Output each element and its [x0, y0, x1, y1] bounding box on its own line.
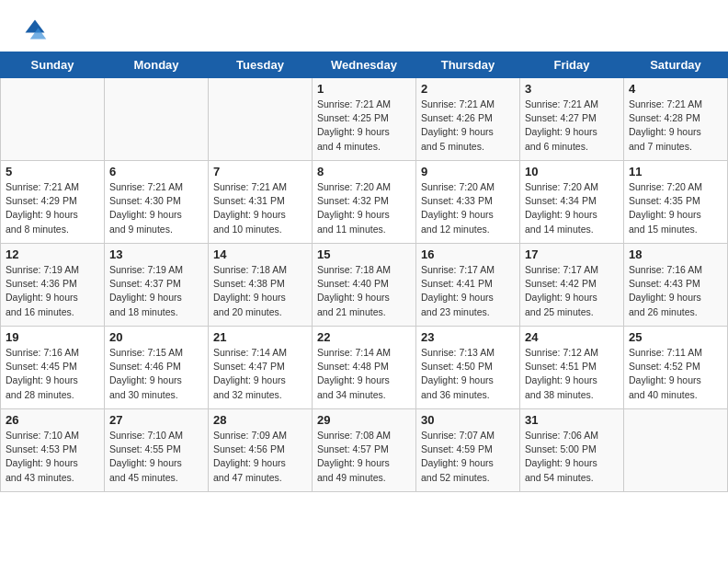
- day-number: 30: [421, 413, 515, 427]
- day-info: Sunrise: 7:21 AM Sunset: 4:26 PM Dayligh…: [421, 98, 515, 154]
- calendar-cell: 26Sunrise: 7:10 AM Sunset: 4:53 PM Dayli…: [1, 409, 105, 492]
- day-info: Sunrise: 7:09 AM Sunset: 4:56 PM Dayligh…: [213, 429, 307, 485]
- day-number: 21: [213, 330, 307, 344]
- calendar-cell: 3Sunrise: 7:21 AM Sunset: 4:27 PM Daylig…: [520, 78, 624, 161]
- weekday-header: Monday: [105, 52, 209, 78]
- day-info: Sunrise: 7:13 AM Sunset: 4:50 PM Dayligh…: [421, 346, 515, 402]
- day-number: 3: [525, 82, 619, 96]
- day-number: 4: [629, 82, 722, 96]
- day-info: Sunrise: 7:20 AM Sunset: 4:32 PM Dayligh…: [317, 180, 411, 236]
- day-info: Sunrise: 7:21 AM Sunset: 4:29 PM Dayligh…: [6, 180, 99, 236]
- calendar-cell: 30Sunrise: 7:07 AM Sunset: 4:59 PM Dayli…: [416, 409, 520, 492]
- day-info: Sunrise: 7:18 AM Sunset: 4:38 PM Dayligh…: [213, 263, 307, 319]
- day-info: Sunrise: 7:08 AM Sunset: 4:57 PM Dayligh…: [317, 429, 411, 485]
- calendar-week-row: 5Sunrise: 7:21 AM Sunset: 4:29 PM Daylig…: [1, 161, 728, 244]
- logo-icon: [22, 17, 48, 42]
- day-info: Sunrise: 7:20 AM Sunset: 4:34 PM Dayligh…: [525, 180, 619, 236]
- day-number: 8: [317, 165, 411, 178]
- day-number: 25: [629, 330, 722, 344]
- day-number: 2: [421, 82, 515, 96]
- calendar-cell: 1Sunrise: 7:21 AM Sunset: 4:25 PM Daylig…: [313, 78, 416, 161]
- day-info: Sunrise: 7:21 AM Sunset: 4:25 PM Dayligh…: [317, 98, 411, 154]
- day-number: 7: [213, 165, 307, 178]
- calendar-cell: 19Sunrise: 7:16 AM Sunset: 4:45 PM Dayli…: [1, 327, 105, 409]
- day-info: Sunrise: 7:16 AM Sunset: 4:43 PM Dayligh…: [629, 263, 722, 319]
- day-info: Sunrise: 7:14 AM Sunset: 4:47 PM Dayligh…: [213, 346, 307, 402]
- day-number: 11: [629, 165, 722, 178]
- calendar-cell: 21Sunrise: 7:14 AM Sunset: 4:47 PM Dayli…: [209, 327, 313, 409]
- calendar-cell: 23Sunrise: 7:13 AM Sunset: 4:50 PM Dayli…: [416, 327, 520, 409]
- day-info: Sunrise: 7:07 AM Sunset: 4:59 PM Dayligh…: [421, 429, 515, 485]
- calendar-cell: 4Sunrise: 7:21 AM Sunset: 4:28 PM Daylig…: [624, 78, 728, 161]
- day-info: Sunrise: 7:19 AM Sunset: 4:37 PM Dayligh…: [109, 263, 203, 319]
- calendar-cell: [624, 409, 728, 492]
- calendar-cell: 29Sunrise: 7:08 AM Sunset: 4:57 PM Dayli…: [313, 409, 416, 492]
- logo: [22, 17, 51, 42]
- calendar-cell: [209, 78, 313, 161]
- calendar-cell: 9Sunrise: 7:20 AM Sunset: 4:33 PM Daylig…: [416, 161, 520, 244]
- calendar-cell: [1, 78, 105, 161]
- calendar-cell: 10Sunrise: 7:20 AM Sunset: 4:34 PM Dayli…: [520, 161, 624, 244]
- day-info: Sunrise: 7:10 AM Sunset: 4:53 PM Dayligh…: [6, 429, 99, 485]
- day-number: 26: [6, 413, 99, 427]
- day-info: Sunrise: 7:18 AM Sunset: 4:40 PM Dayligh…: [317, 263, 411, 319]
- calendar-cell: 25Sunrise: 7:11 AM Sunset: 4:52 PM Dayli…: [624, 327, 728, 409]
- calendar-cell: 18Sunrise: 7:16 AM Sunset: 4:43 PM Dayli…: [624, 244, 728, 327]
- day-number: 9: [421, 165, 515, 178]
- calendar-cell: 15Sunrise: 7:18 AM Sunset: 4:40 PM Dayli…: [313, 244, 416, 327]
- calendar-cell: 20Sunrise: 7:15 AM Sunset: 4:46 PM Dayli…: [105, 327, 209, 409]
- day-info: Sunrise: 7:17 AM Sunset: 4:42 PM Dayligh…: [525, 263, 619, 319]
- day-info: Sunrise: 7:21 AM Sunset: 4:28 PM Dayligh…: [629, 98, 722, 154]
- calendar-cell: 11Sunrise: 7:20 AM Sunset: 4:35 PM Dayli…: [624, 161, 728, 244]
- calendar-week-row: 19Sunrise: 7:16 AM Sunset: 4:45 PM Dayli…: [1, 327, 728, 409]
- calendar-cell: 7Sunrise: 7:21 AM Sunset: 4:31 PM Daylig…: [209, 161, 313, 244]
- day-number: 13: [109, 247, 203, 261]
- day-number: 16: [421, 247, 515, 261]
- day-number: 24: [525, 330, 619, 344]
- day-info: Sunrise: 7:14 AM Sunset: 4:48 PM Dayligh…: [317, 346, 411, 402]
- day-number: 10: [525, 165, 619, 178]
- day-number: 19: [6, 330, 99, 344]
- day-number: 15: [317, 247, 411, 261]
- weekday-header: Thursday: [416, 52, 520, 78]
- calendar-cell: 16Sunrise: 7:17 AM Sunset: 4:41 PM Dayli…: [416, 244, 520, 327]
- day-info: Sunrise: 7:21 AM Sunset: 4:30 PM Dayligh…: [109, 180, 203, 236]
- weekday-header-row: SundayMondayTuesdayWednesdayThursdayFrid…: [1, 52, 728, 78]
- weekday-header: Sunday: [1, 52, 105, 78]
- day-number: 18: [629, 247, 722, 261]
- calendar-week-row: 12Sunrise: 7:19 AM Sunset: 4:36 PM Dayli…: [1, 244, 728, 327]
- calendar-cell: 5Sunrise: 7:21 AM Sunset: 4:29 PM Daylig…: [1, 161, 105, 244]
- day-number: 6: [109, 165, 203, 178]
- weekday-header: Friday: [520, 52, 624, 78]
- day-info: Sunrise: 7:15 AM Sunset: 4:46 PM Dayligh…: [109, 346, 203, 402]
- calendar-cell: 31Sunrise: 7:06 AM Sunset: 5:00 PM Dayli…: [520, 409, 624, 492]
- day-info: Sunrise: 7:21 AM Sunset: 4:27 PM Dayligh…: [525, 98, 619, 154]
- calendar-week-row: 26Sunrise: 7:10 AM Sunset: 4:53 PM Dayli…: [1, 409, 728, 492]
- day-info: Sunrise: 7:16 AM Sunset: 4:45 PM Dayligh…: [6, 346, 99, 402]
- day-info: Sunrise: 7:21 AM Sunset: 4:31 PM Dayligh…: [213, 180, 307, 236]
- calendar-cell: 27Sunrise: 7:10 AM Sunset: 4:55 PM Dayli…: [105, 409, 209, 492]
- day-info: Sunrise: 7:11 AM Sunset: 4:52 PM Dayligh…: [629, 346, 722, 402]
- weekday-header: Tuesday: [209, 52, 313, 78]
- calendar-cell: 6Sunrise: 7:21 AM Sunset: 4:30 PM Daylig…: [105, 161, 209, 244]
- svg-marker-0: [26, 20, 45, 33]
- calendar-cell: 24Sunrise: 7:12 AM Sunset: 4:51 PM Dayli…: [520, 327, 624, 409]
- calendar-cell: 13Sunrise: 7:19 AM Sunset: 4:37 PM Dayli…: [105, 244, 209, 327]
- calendar-week-row: 1Sunrise: 7:21 AM Sunset: 4:25 PM Daylig…: [1, 78, 728, 161]
- day-number: 14: [213, 247, 307, 261]
- day-number: 17: [525, 247, 619, 261]
- day-number: 28: [213, 413, 307, 427]
- day-number: 20: [109, 330, 203, 344]
- day-info: Sunrise: 7:20 AM Sunset: 4:33 PM Dayligh…: [421, 180, 515, 236]
- day-number: 27: [109, 413, 203, 427]
- day-info: Sunrise: 7:06 AM Sunset: 5:00 PM Dayligh…: [525, 429, 619, 485]
- day-number: 23: [421, 330, 515, 344]
- day-info: Sunrise: 7:12 AM Sunset: 4:51 PM Dayligh…: [525, 346, 619, 402]
- calendar-cell: 22Sunrise: 7:14 AM Sunset: 4:48 PM Dayli…: [313, 327, 416, 409]
- day-info: Sunrise: 7:19 AM Sunset: 4:36 PM Dayligh…: [6, 263, 99, 319]
- day-info: Sunrise: 7:10 AM Sunset: 4:55 PM Dayligh…: [109, 429, 203, 485]
- calendar-cell: 12Sunrise: 7:19 AM Sunset: 4:36 PM Dayli…: [1, 244, 105, 327]
- calendar-cell: 17Sunrise: 7:17 AM Sunset: 4:42 PM Dayli…: [520, 244, 624, 327]
- day-info: Sunrise: 7:20 AM Sunset: 4:35 PM Dayligh…: [629, 180, 722, 236]
- day-number: 12: [6, 247, 99, 261]
